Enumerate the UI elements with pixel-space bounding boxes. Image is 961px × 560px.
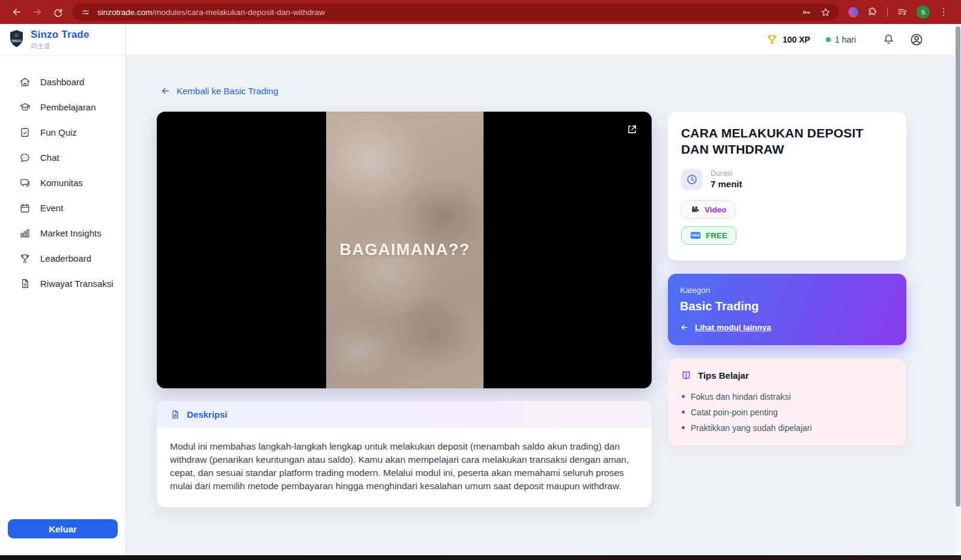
duration-value: 7 menit [711,179,742,189]
description-body: Modul ini membahas langkah-langkah lengk… [157,428,652,507]
browser-menu-icon[interactable]: ⋮ [939,7,948,17]
brand-subtitle: 武士道 [31,41,89,50]
video-overlay-text: BAGAIMANA?? [339,241,470,259]
type-badge: Video [681,200,736,219]
forward-icon[interactable] [31,6,43,18]
sidebar-item-chat[interactable]: Chat [0,145,125,170]
tips-title: Tips Belajar [698,370,749,381]
streak-value: 1 hari [835,35,856,44]
screen: sinzotrade.com/modules/cara-melakukan-de… [0,0,961,560]
browser-profile-avatar[interactable]: s [917,5,930,19]
sidebar-item-label: Event [40,203,63,213]
category-back-link[interactable]: Lihat modul lainnya [680,323,894,332]
quiz-clipboard-icon [19,127,31,138]
sidebar-item-market-insights[interactable]: Market Insights [0,220,125,245]
tip-item: Fokus dan hindari distraksi [681,389,894,405]
description-title: Deskripsi [187,409,228,420]
sidebar-item-leaderboard[interactable]: Leaderboard [0,245,125,271]
video-frame: BAGAIMANA?? [326,112,484,388]
movie-camera-icon [690,205,700,214]
tip-text: Catat poin-poin penting [691,408,778,417]
trophy-icon [19,253,31,264]
bullet-dot-icon [682,411,685,414]
sidebar-item-label: Chat [40,152,59,163]
tips-header: Tips Belajar [681,370,894,381]
browser-toolbar-right: s ⋮ [848,5,948,19]
brand[interactable]: SINZO Sinzo Trade 武士道 [0,24,125,56]
svg-text:FREE: FREE [691,234,700,238]
bullet-dot-icon [682,395,685,398]
module-title: CARA MELAKUKAN DEPOSIT DAN WITHDRAW [681,125,893,158]
notification-bell-icon[interactable] [882,33,895,46]
xp-indicator: 100 XP [766,34,810,45]
bookmark-star-icon[interactable] [819,6,831,18]
sidebar-item-fun-quiz[interactable]: Fun Quiz [0,119,125,145]
scrollbar-thumb[interactable] [956,26,960,507]
page-scrollbar[interactable] [955,25,961,555]
tip-item: Catat poin-poin penting [681,405,894,420]
category-card: Kategori Basic Trading Lihat modul lainn… [668,274,906,345]
tips-card: Tips Belajar Fokus dan hindari distraksi… [668,358,906,446]
sidebar: SINZO Sinzo Trade 武士道 Dashboard Pembelaj… [0,24,126,555]
refresh-icon[interactable] [52,6,64,18]
streak-indicator: 1 hari [826,35,856,44]
sidebar-item-label: Pembelajaran [40,102,96,112]
video-player[interactable]: BAGAIMANA?? [157,112,652,388]
extensions-puzzle-icon[interactable] [867,7,878,17]
category-link-label: Lihat modul lainnya [695,323,771,332]
url-path: /modules/cara-melakukan-deposit-dan-with… [153,8,325,17]
bar-chart-icon [19,227,31,239]
open-external-icon[interactable] [624,121,640,137]
back-icon[interactable] [11,6,23,18]
sidebar-item-label: Riwayat Transaksi [40,278,114,289]
sinzo-logo-icon: SINZO [8,29,25,50]
svg-text:SINZO: SINZO [12,39,22,43]
sidebar-item-label: Dashboard [40,77,84,87]
address-bar[interactable]: sinzotrade.com/modules/cara-melakukan-de… [72,4,838,20]
duration-row: Durasi 7 menit [681,169,893,190]
back-link-label: Kembali ke Basic Trading [177,86,278,96]
sidebar-item-pembelajaran[interactable]: Pembelajaran [0,94,125,119]
category-label: Kategori [680,286,894,295]
top-header: 100 XP 1 hari [126,24,961,55]
browser-nav-buttons [11,6,64,18]
logout-button[interactable]: Keluar [8,519,118,538]
site-settings-icon[interactable] [79,6,91,18]
back-arrow-icon [160,86,171,96]
playlist-icon[interactable] [897,7,908,17]
module-info-card: CARA MELAKUKAN DEPOSIT DAN WITHDRAW Dura… [668,112,906,260]
sidebar-item-event[interactable]: Event [0,195,125,220]
sidebar-nav: Dashboard Pembelajaran Fun Quiz Chat Kom… [0,69,125,296]
sidebar-item-label: Komunitas [40,178,83,188]
tip-item: Praktikkan yang sudah dipelajari [681,420,894,436]
sidebar-item-dashboard[interactable]: Dashboard [0,69,125,94]
profile-avatar-icon[interactable] [909,32,924,47]
url-domain: sinzotrade.com [97,8,153,17]
home-icon [19,76,31,88]
main-content: Kembali ke Basic Trading BAGAIMANA?? Des… [126,55,961,555]
free-tag-icon: FREE [690,231,701,239]
clock-icon [681,169,703,190]
sidebar-item-label: Market Insights [40,228,102,238]
extension-brain-icon[interactable] [848,7,858,17]
category-name: Basic Trading [680,300,894,313]
url-text[interactable]: sinzotrade.com/modules/cara-melakukan-de… [97,8,793,17]
tip-text: Fokus dan hindari distraksi [691,392,791,402]
sidebar-item-label: Leaderboard [40,253,91,263]
type-badge-label: Video [705,205,727,214]
streak-dot-icon [826,37,831,42]
sidebar-item-komunitas[interactable]: Komunitas [0,170,125,195]
sidebar-item-riwayat-transaksi[interactable]: Riwayat Transaksi [0,271,125,296]
password-key-icon[interactable] [800,6,812,18]
xp-trophy-icon [766,34,778,45]
price-badge: FREE FREE [681,226,736,245]
back-link[interactable]: Kembali ke Basic Trading [160,86,278,96]
left-arrow-icon [680,323,689,332]
module-detail-column: CARA MELAKUKAN DEPOSIT DAN WITHDRAW Dura… [668,112,906,446]
open-book-icon [681,370,692,381]
tip-text: Praktikkan yang sudah dipelajari [691,423,812,433]
document-icon [19,278,31,289]
bullet-dot-icon [682,426,685,429]
description-header: Deskripsi [157,401,652,428]
community-chat-icon [19,177,31,188]
